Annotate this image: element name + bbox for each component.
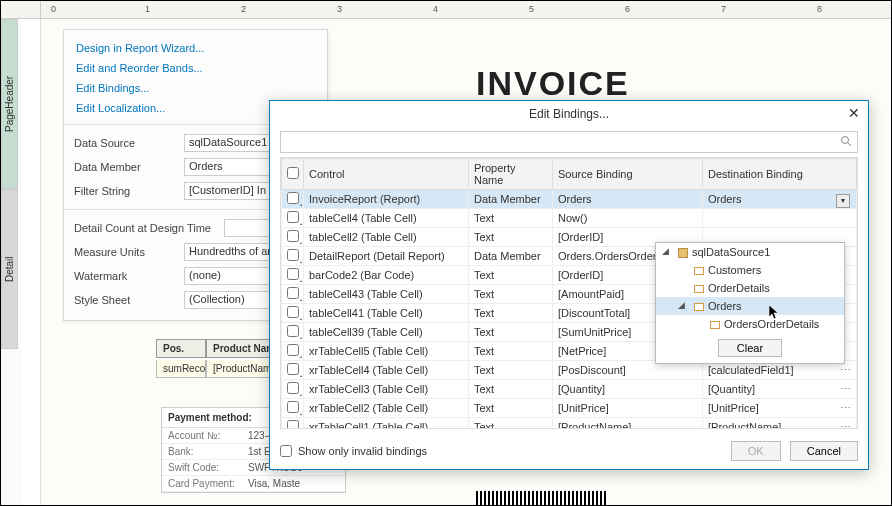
cell-control: xrTableCell5 (Table Cell) [304,342,469,361]
cell-property: Text [469,266,553,285]
search-icon[interactable] [840,135,852,149]
prop-label: Watermark [74,270,184,282]
band-gutter [21,19,41,506]
select-all-checkbox[interactable] [287,167,299,179]
ruler-corner [1,1,41,19]
prop-label: Detail Count at Design Time [74,222,224,234]
band-tab-detail[interactable]: Detail [1,189,18,349]
barcode-preview [476,491,606,506]
cell-property: Text [469,304,553,323]
cell-property: Text [469,418,553,430]
cell-control: tableCell4 (Table Cell) [304,209,469,228]
clear-button[interactable]: Clear [718,339,782,357]
binding-row[interactable]: xrTableCell2 (Table Cell) Text [UnitPric… [282,399,857,418]
prop-label: Filter String [74,185,184,197]
cell-property: Text [469,228,553,247]
link-edit-bands[interactable]: Edit and Reorder Bands... [64,58,327,78]
band-tab-pageheader[interactable]: PageHeader [1,19,18,189]
show-invalid-label: Show only invalid bindings [298,445,427,457]
dropdown-button[interactable]: ▾ [836,194,850,208]
cell-control: barCode2 (Bar Code) [304,266,469,285]
cell-control: tableCell41 (Table Cell) [304,304,469,323]
cell-destination[interactable]: [ProductName]⋯ [703,418,857,430]
binding-row[interactable]: tableCell4 (Table Cell) Text Now() [282,209,857,228]
cell-source: [Quantity] [553,380,703,399]
row-checkbox[interactable] [287,211,299,223]
row-checkbox[interactable] [287,249,299,261]
tree-node-datasource[interactable]: ◢sqlDataSource1 [656,243,844,261]
cancel-button[interactable]: Cancel [790,441,858,461]
row-checkbox[interactable] [287,363,299,375]
invoice-title-label: INVOICE [476,64,630,103]
cell-property: Data Member [469,190,553,209]
checkbox-header[interactable] [282,159,304,190]
row-checkbox[interactable] [287,382,299,394]
search-input[interactable] [280,131,858,153]
ok-button[interactable]: OK [731,441,781,461]
cell-destination[interactable]: Orders▾ [703,190,857,209]
svg-point-0 [842,137,849,144]
table-icon [694,267,704,275]
cell-sumrecord[interactable]: sumRecord [156,360,206,378]
row-checkbox[interactable] [287,325,299,337]
band-tabs: PageHeader Detail [1,19,21,506]
row-checkbox[interactable] [287,230,299,242]
cell-source: Orders [553,190,703,209]
grid-header-row: Control Property Name Source Binding Des… [282,159,857,190]
search-box[interactable] [280,131,858,153]
cell-control: tableCell2 (Table Cell) [304,228,469,247]
col-control[interactable]: Control [304,159,469,190]
binding-row[interactable]: InvoiceReport (Report) Data Member Order… [282,190,857,209]
cell-property: Text [469,342,553,361]
prop-label: Data Member [74,161,184,173]
edit-bindings-dialog[interactable]: Edit Bindings... ✕ Control Property Name… [269,100,869,470]
cell-control: xrTableCell1 (Table Cell) [304,418,469,430]
bindings-grid[interactable]: Control Property Name Source Binding Des… [280,157,858,429]
row-checkbox[interactable] [287,192,299,204]
expand-icon[interactable]: ◢ [678,300,685,310]
cell-source: [UnitPrice] [553,399,703,418]
row-checkbox[interactable] [287,420,299,429]
dialog-footer: Show only invalid bindings OK Cancel [270,435,868,469]
tree-node-customers[interactable]: Customers [656,261,844,279]
row-checkbox[interactable] [287,344,299,356]
row-checkbox[interactable] [287,268,299,280]
cell-destination[interactable] [703,209,857,228]
link-edit-bindings[interactable]: Edit Bindings... [64,78,327,98]
cell-control: DetailReport (Detail Report) [304,247,469,266]
cell-source: [ProductName] [553,418,703,430]
cell-control: InvoiceReport (Report) [304,190,469,209]
tree-node-orders[interactable]: ◢Orders [656,297,844,315]
row-checkbox[interactable] [287,401,299,413]
col-property[interactable]: Property Name [469,159,553,190]
cell-property: Text [469,285,553,304]
cell-property: Text [469,380,553,399]
close-icon[interactable]: ✕ [848,105,860,121]
svg-line-1 [848,143,851,146]
col-source[interactable]: Source Binding [553,159,703,190]
cell-control: xrTableCell4 (Table Cell) [304,361,469,380]
cell-destination[interactable]: [Quantity]⋯ [703,380,857,399]
binding-row[interactable]: xrTableCell1 (Table Cell) Text [ProductN… [282,418,857,430]
cell-control: xrTableCell3 (Table Cell) [304,380,469,399]
prop-label: Data Source [74,137,184,149]
tree-node-orderdetails[interactable]: OrderDetails [656,279,844,297]
row-checkbox[interactable] [287,287,299,299]
payment-row: Card Payment:Visa, Maste [162,476,345,492]
link-design-wizard[interactable]: Design in Report Wizard... [64,38,327,58]
cell-property: Text [469,323,553,342]
database-icon [678,248,688,258]
show-invalid-checkbox[interactable] [280,445,292,457]
destination-dropdown[interactable]: ◢sqlDataSource1 Customers OrderDetails ◢… [655,242,845,364]
col-destination[interactable]: Destination Binding [703,159,857,190]
dialog-titlebar[interactable]: Edit Bindings... ✕ [270,101,868,127]
row-checkbox[interactable] [287,306,299,318]
cell-property: Text [469,361,553,380]
binding-row[interactable]: xrTableCell3 (Table Cell) Text [Quantity… [282,380,857,399]
cell-property: Text [469,399,553,418]
cell-destination[interactable]: [UnitPrice]⋯ [703,399,857,418]
table-icon [710,321,720,329]
tree-node-ordersorderdetails[interactable]: OrdersOrderDetails [656,315,844,333]
cell-property: Text [469,209,553,228]
expand-icon[interactable]: ◢ [662,246,669,256]
